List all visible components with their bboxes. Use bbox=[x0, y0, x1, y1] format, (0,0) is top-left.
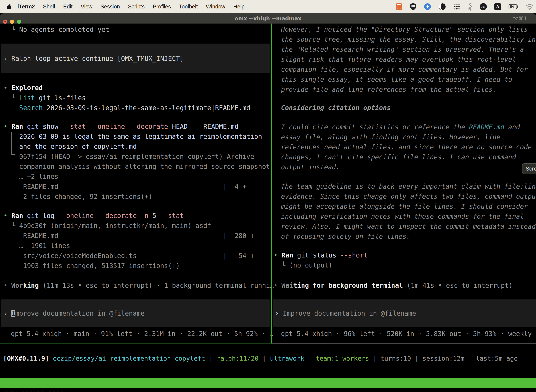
menu-shell[interactable]: Shell bbox=[39, 4, 59, 10]
explored-block: • Explored └ List git ls-files Search 20… bbox=[4, 83, 250, 113]
badge-61-icon[interactable]: ..61 bbox=[480, 3, 487, 10]
left-model-status: gpt-5.4 xhigh · main · 91% left · 2.31M … bbox=[11, 329, 273, 339]
list-action: List bbox=[19, 94, 35, 102]
thinking-paragraph-2: I could cite commit statistics or refere… bbox=[281, 122, 532, 172]
tree-connector-foot bbox=[11, 154, 15, 155]
omx-team: team:1 workers bbox=[316, 355, 369, 362]
right-model-status: gpt-5.4 xhigh · 96% left · 520K in · 5.8… bbox=[281, 329, 536, 339]
blue-bolt-icon[interactable] bbox=[424, 3, 431, 10]
omx-session: session:12m bbox=[422, 355, 464, 362]
menu-toolbelt[interactable]: Toolbelt bbox=[175, 4, 202, 10]
readme-link: README.md bbox=[469, 123, 504, 131]
window-title: omx --xhigh --madmax bbox=[0, 13, 536, 23]
agents-status-line: └ No agents completed yet bbox=[4, 25, 109, 35]
git-log-block: • Ran git log --oneline --decorate -n 5 … bbox=[4, 211, 254, 271]
right-pane-bottom-border bbox=[272, 344, 536, 344]
screen: iTerm2 Shell Edit View Session Scripts P… bbox=[0, 0, 536, 392]
menu-edit[interactable]: Edit bbox=[59, 4, 77, 10]
crescent-circle-icon[interactable] bbox=[439, 3, 446, 10]
no-agents-text: No agents completed yet bbox=[19, 26, 109, 33]
menu-window[interactable]: Window bbox=[202, 4, 229, 10]
apple-icon[interactable] bbox=[7, 4, 12, 9]
ralph-loop-text: Ralph loop active continue [OMX_TMUX_INJ… bbox=[11, 55, 184, 62]
omx-ralph-count: ralph:11/20 bbox=[217, 355, 258, 362]
squiggle-icon[interactable] bbox=[468, 3, 472, 10]
tmux-session-window[interactable]: [omx-cczip0:bash* bbox=[1, 388, 68, 392]
iterm2-window: omx --xhigh --madmax ⌥⌘1 └ No agents com… bbox=[0, 13, 536, 392]
macos-menu-bar: iTerm2 Shell Edit View Session Scripts P… bbox=[0, 0, 536, 13]
left-prompt-input[interactable]: › Improve documentation in @filename bbox=[1, 299, 270, 327]
menu-view[interactable]: View bbox=[77, 4, 96, 10]
omx-mode: ultrawork bbox=[270, 355, 304, 362]
wifi-icon[interactable] bbox=[526, 4, 534, 10]
menu-scripts[interactable]: Scripts bbox=[124, 4, 149, 10]
explored-header: Explored bbox=[11, 84, 43, 92]
tree-connector-vertical bbox=[11, 132, 12, 155]
omx-turns: turns:10 bbox=[381, 355, 411, 362]
window-shortcut-hint: ⌥⌘1 bbox=[513, 13, 527, 23]
screen-notification[interactable]: Scre bbox=[522, 163, 536, 174]
chat-app-icon[interactable] bbox=[396, 3, 402, 10]
git-show-block: • Ran git show --stat --oneline --decora… bbox=[4, 121, 270, 202]
thinking-paragraph-3: The team guideline is to back every impo… bbox=[281, 182, 536, 242]
thinking-heading: Considering citation options bbox=[281, 103, 391, 113]
menu-session[interactable]: Session bbox=[96, 4, 124, 10]
menu-iterm2[interactable]: iTerm2 bbox=[13, 4, 39, 10]
menu-profiles[interactable]: Profiles bbox=[148, 4, 175, 10]
dots-grid-icon[interactable] bbox=[453, 3, 460, 10]
keyboard-a-icon[interactable]: A bbox=[494, 3, 501, 10]
left-pane-bottom-border bbox=[0, 344, 271, 344]
working-status-line: • Working (11m 13s • esc to interrupt) ·… bbox=[4, 280, 274, 290]
ralph-inject-box[interactable]: › Ralph loop active continue [OMX_TMUX_I… bbox=[1, 44, 270, 73]
git-status-block: • Ran git status --short └ (no output) bbox=[274, 250, 368, 270]
pane-divider[interactable] bbox=[271, 23, 272, 344]
battery-icon[interactable] bbox=[509, 4, 518, 9]
omx-worktree-path: cczip/essay/ai-reimplementation-copyleft bbox=[53, 355, 205, 362]
window-title-bar[interactable]: omx --xhigh --madmax ⌥⌘1 bbox=[0, 13, 536, 23]
tmux-status-bar: [omx-cczip0:bash* "MacBook-Pro-44.local"… bbox=[0, 378, 536, 388]
menu-status-icons: ..61 A bbox=[396, 0, 534, 13]
omx-last: last:5m ago bbox=[476, 355, 518, 362]
waiting-status-line: • Waiting for background terminal (1m 41… bbox=[274, 280, 513, 290]
search-action: Search bbox=[19, 104, 43, 112]
omx-status-bar: [OMX#0.11.9] cczip/essay/ai-reimplementa… bbox=[3, 353, 518, 363]
menu-help[interactable]: Help bbox=[229, 4, 249, 10]
right-prompt-input[interactable]: › Improve documentation in @filename bbox=[273, 299, 536, 327]
thinking-paragraph-1: However, I noticed the "Directory Struct… bbox=[281, 24, 536, 94]
omx-version: [OMX#0.11.9] bbox=[3, 355, 53, 362]
text-cursor: I bbox=[11, 310, 15, 317]
shield-grid-icon[interactable] bbox=[410, 3, 416, 10]
